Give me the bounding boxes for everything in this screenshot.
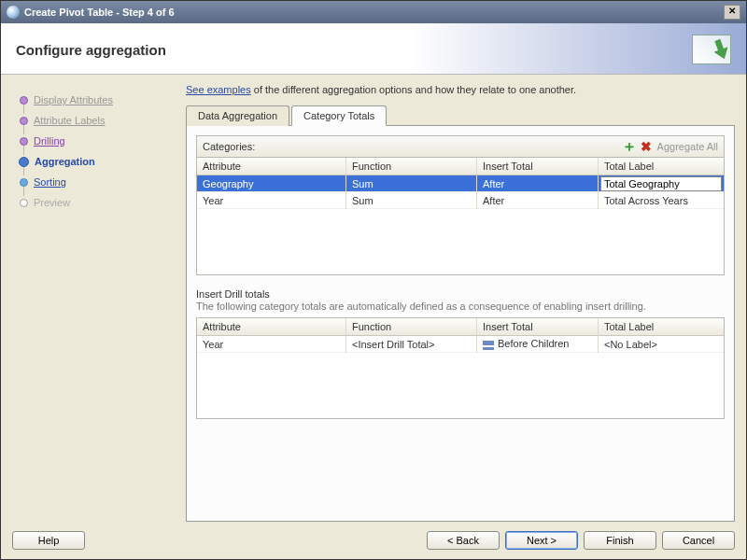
col-function[interactable]: Function: [346, 158, 477, 175]
categories-grid: Attribute Function Insert Total Total La…: [196, 158, 725, 275]
col-attribute[interactable]: Attribute: [197, 158, 346, 175]
step-preview: Preview: [34, 197, 70, 208]
help-button[interactable]: Help: [12, 531, 85, 550]
step-dot: [20, 137, 28, 146]
col-function: Function: [346, 318, 477, 335]
step-dot: [19, 157, 29, 167]
intro-text: See examples of the different aggregatio…: [186, 84, 735, 105]
step-drilling[interactable]: Drilling: [34, 135, 65, 147]
step-dot: [20, 178, 28, 187]
tabs: Data Aggregation Category Totals: [186, 105, 735, 126]
step-dot: [20, 96, 28, 105]
titlebar: Create Pivot Table - Step 4 of 6 ✕: [1, 1, 746, 23]
tab-panel-category-totals: Categories: ＋ ✖ Aggregate All Attribute …: [186, 126, 735, 522]
wizard-footer: Help < Back Next > Finish Cancel: [1, 522, 746, 559]
drill-totals-title: Insert Drill totals: [196, 288, 725, 300]
col-total-label: Total Label: [599, 318, 724, 335]
pivot-table-icon: [692, 35, 731, 64]
step-aggregation: Aggregation: [35, 156, 95, 167]
step-sorting[interactable]: Sorting: [34, 176, 66, 188]
page-title: Configure aggregation: [16, 42, 166, 58]
see-examples-link[interactable]: See examples: [186, 84, 251, 95]
header-band: Configure aggregation: [1, 23, 746, 75]
cancel-button[interactable]: Cancel: [662, 531, 735, 550]
before-children-icon: [483, 341, 494, 350]
wizard-window: Create Pivot Table - Step 4 of 6 ✕ Confi…: [0, 0, 747, 560]
categories-label: Categories:: [203, 141, 255, 152]
finish-button[interactable]: Finish: [584, 531, 656, 550]
col-attribute: Attribute: [197, 318, 346, 335]
drill-grid: Attribute Function Insert Total Total La…: [196, 317, 725, 419]
col-insert-total: Insert Total: [477, 318, 599, 335]
step-dot: [20, 117, 28, 125]
col-insert-total[interactable]: Insert Total: [477, 158, 599, 175]
step-display-attributes[interactable]: Display Attributes: [34, 94, 113, 105]
aggregate-all-link[interactable]: Aggregate All: [657, 141, 718, 152]
close-button[interactable]: ✕: [724, 5, 740, 20]
tab-category-totals[interactable]: Category Totals: [291, 105, 387, 126]
step-attribute-labels[interactable]: Attribute Labels: [34, 115, 105, 126]
next-button[interactable]: Next >: [505, 531, 578, 550]
app-icon: [7, 6, 20, 19]
delete-icon[interactable]: ✖: [641, 140, 652, 153]
table-row[interactable]: Year <Insert Drill Total> Before Childre…: [197, 336, 724, 353]
drill-totals-desc: The following category totals are automa…: [196, 301, 725, 312]
table-row[interactable]: Geography Sum After: [197, 175, 724, 192]
wizard-steps: Display Attributes Attribute Labels Dril…: [12, 84, 180, 522]
window-title: Create Pivot Table - Step 4 of 6: [24, 7, 175, 18]
back-button[interactable]: < Back: [427, 531, 500, 550]
tab-data-aggregation[interactable]: Data Aggregation: [186, 105, 289, 126]
categories-header: Categories: ＋ ✖ Aggregate All: [196, 135, 725, 158]
add-icon[interactable]: ＋: [622, 139, 637, 154]
total-label-input[interactable]: [600, 176, 722, 191]
step-dot: [20, 199, 28, 207]
table-row[interactable]: Year Sum After Total Across Years: [197, 192, 724, 209]
col-total-label[interactable]: Total Label: [599, 158, 724, 175]
